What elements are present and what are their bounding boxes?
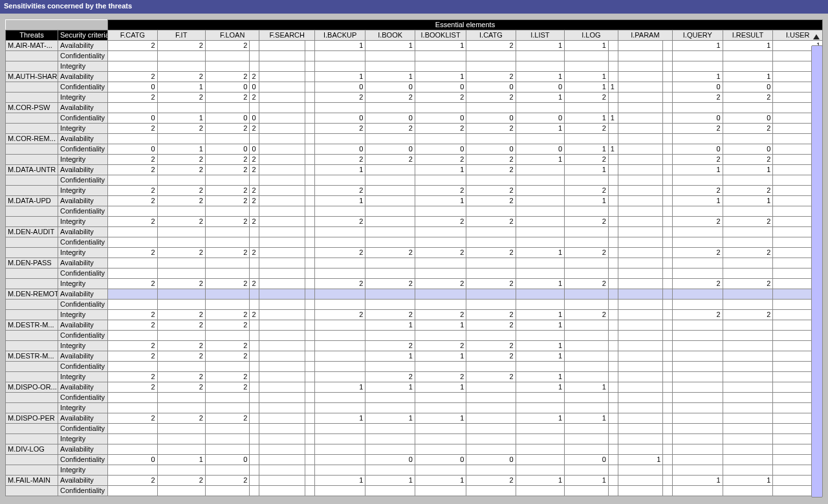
- value-cell[interactable]: 1: [315, 72, 365, 82]
- value-cell[interactable]: 2: [673, 279, 723, 289]
- value-cell[interactable]: [663, 300, 673, 310]
- value-cell[interactable]: [608, 393, 618, 403]
- value-cell[interactable]: [723, 434, 773, 444]
- value-cell[interactable]: 2: [415, 186, 466, 196]
- value-cell[interactable]: [305, 124, 315, 134]
- value-cell[interactable]: [259, 134, 305, 144]
- value-cell[interactable]: [157, 331, 205, 341]
- value-cell[interactable]: [673, 465, 723, 476]
- value-cell[interactable]: [608, 403, 618, 413]
- value-cell[interactable]: [466, 134, 516, 144]
- value-cell[interactable]: 1: [565, 165, 609, 175]
- value-cell[interactable]: [365, 444, 415, 455]
- value-cell[interactable]: [673, 175, 723, 186]
- table-row[interactable]: M.DISPO-PERAvailability22211111: [6, 413, 823, 424]
- value-cell[interactable]: [673, 206, 723, 217]
- value-cell[interactable]: [365, 206, 415, 217]
- value-cell[interactable]: [723, 258, 773, 268]
- value-cell[interactable]: 2: [157, 124, 205, 134]
- value-cell[interactable]: 2: [365, 279, 415, 289]
- value-cell[interactable]: [315, 403, 365, 413]
- value-cell[interactable]: [250, 455, 259, 465]
- table-row[interactable]: M.DESTR-M...Availability22211211: [6, 320, 823, 331]
- value-cell[interactable]: [618, 61, 663, 72]
- value-cell[interactable]: [250, 476, 259, 486]
- value-cell[interactable]: [250, 403, 259, 413]
- col-header[interactable]: I.BOOKLIST: [415, 30, 466, 41]
- col-header[interactable]: I.BOOK: [365, 30, 415, 41]
- value-cell[interactable]: [157, 424, 205, 434]
- value-cell[interactable]: 1: [673, 165, 723, 175]
- value-cell[interactable]: [618, 310, 663, 320]
- value-cell[interactable]: [315, 175, 365, 186]
- value-cell[interactable]: [415, 465, 466, 476]
- value-cell[interactable]: [305, 144, 315, 155]
- value-cell[interactable]: [305, 268, 315, 279]
- value-cell[interactable]: [259, 465, 305, 476]
- table-row[interactable]: Integrity: [6, 434, 823, 444]
- value-cell[interactable]: [608, 279, 618, 289]
- value-cell[interactable]: [305, 424, 315, 434]
- value-cell[interactable]: [663, 403, 673, 413]
- value-cell[interactable]: [673, 434, 723, 444]
- value-cell[interactable]: [663, 444, 673, 455]
- value-cell[interactable]: [663, 476, 673, 486]
- value-cell[interactable]: 2: [205, 196, 250, 206]
- table-row[interactable]: Confidentiality: [6, 331, 823, 341]
- value-cell[interactable]: 2: [565, 155, 609, 165]
- value-cell[interactable]: 1: [516, 41, 565, 51]
- value-cell[interactable]: [673, 320, 723, 331]
- value-cell[interactable]: 1: [315, 165, 365, 175]
- value-cell[interactable]: 1: [157, 455, 205, 465]
- value-cell[interactable]: [259, 186, 305, 196]
- value-cell[interactable]: 2: [723, 248, 773, 258]
- value-cell[interactable]: 1: [365, 351, 415, 362]
- value-cell[interactable]: [565, 268, 609, 279]
- value-cell[interactable]: [723, 103, 773, 113]
- value-cell[interactable]: 0: [315, 144, 365, 155]
- table-row[interactable]: Integrity: [6, 465, 823, 476]
- value-cell[interactable]: [250, 237, 259, 248]
- value-cell[interactable]: 0: [108, 144, 158, 155]
- value-cell[interactable]: [259, 403, 305, 413]
- value-cell[interactable]: 1: [565, 144, 609, 155]
- value-cell[interactable]: [565, 444, 609, 455]
- value-cell[interactable]: [663, 424, 673, 434]
- value-cell[interactable]: 1: [565, 113, 609, 124]
- value-cell[interactable]: 2: [205, 248, 250, 258]
- value-cell[interactable]: [516, 289, 565, 300]
- value-cell[interactable]: [608, 268, 618, 279]
- value-cell[interactable]: [516, 186, 565, 196]
- value-cell[interactable]: [157, 465, 205, 476]
- value-cell[interactable]: [618, 300, 663, 310]
- value-cell[interactable]: [663, 144, 673, 155]
- value-cell[interactable]: [618, 362, 663, 372]
- value-cell[interactable]: 2: [673, 155, 723, 165]
- value-cell[interactable]: 2: [250, 165, 259, 175]
- value-cell[interactable]: [157, 362, 205, 372]
- value-cell[interactable]: 2: [466, 93, 516, 103]
- value-cell[interactable]: [250, 289, 259, 300]
- value-cell[interactable]: 1: [565, 382, 609, 393]
- value-cell[interactable]: [205, 393, 250, 403]
- value-cell[interactable]: [673, 393, 723, 403]
- value-cell[interactable]: [565, 403, 609, 413]
- value-cell[interactable]: [673, 486, 723, 496]
- value-cell[interactable]: 0: [723, 113, 773, 124]
- value-cell[interactable]: 2: [723, 124, 773, 134]
- value-cell[interactable]: [315, 372, 365, 382]
- value-cell[interactable]: 2: [315, 310, 365, 320]
- value-cell[interactable]: 2: [673, 217, 723, 227]
- value-cell[interactable]: [305, 279, 315, 289]
- value-cell[interactable]: 1: [516, 476, 565, 486]
- value-cell[interactable]: [663, 362, 673, 372]
- value-cell[interactable]: [673, 341, 723, 351]
- value-cell[interactable]: [608, 196, 618, 206]
- value-cell[interactable]: [608, 372, 618, 382]
- vertical-scrollbar[interactable]: [811, 45, 823, 498]
- value-cell[interactable]: [663, 331, 673, 341]
- value-cell[interactable]: 2: [315, 93, 365, 103]
- value-cell[interactable]: 2: [108, 341, 158, 351]
- value-cell[interactable]: 2: [466, 320, 516, 331]
- value-cell[interactable]: [663, 72, 673, 82]
